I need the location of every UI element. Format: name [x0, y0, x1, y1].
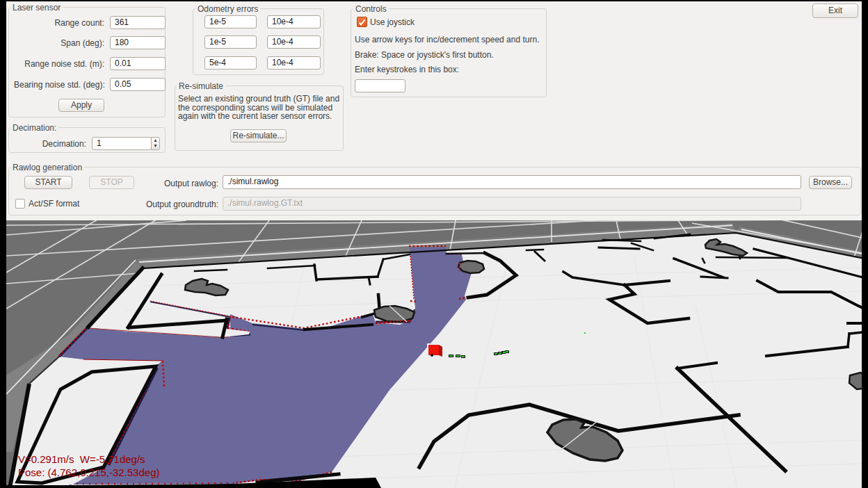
svg-text:Pose: (4.762,0.215,-32.53deg): Pose: (4.762,0.215,-32.53deg): [18, 466, 159, 478]
svg-text:V=0.291m/s W=-5.71deg/s: V=0.291m/s W=-5.71deg/s: [18, 453, 145, 465]
